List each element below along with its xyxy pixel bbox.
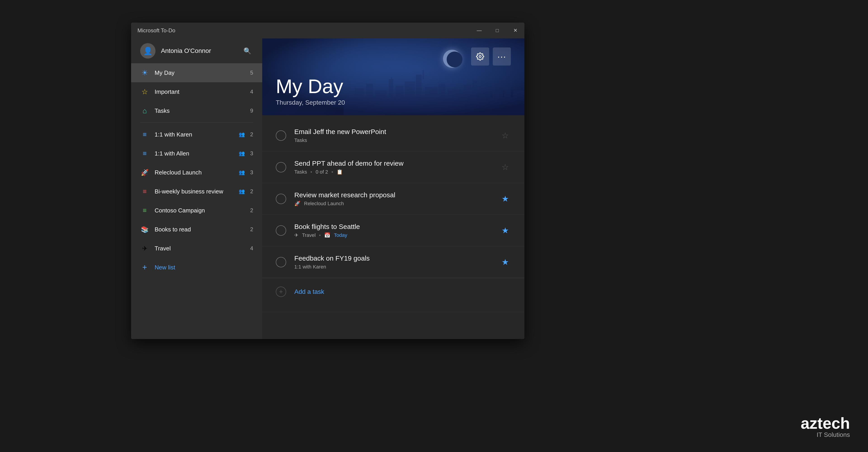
task-list: Email Jeff the new PowerPoint Tasks ☆ Se… <box>262 115 524 312</box>
list-count-karen: 2 <box>250 131 253 138</box>
search-button[interactable]: 🔍 <box>241 45 253 57</box>
task-list-label-5: 1:1 with Karen <box>294 264 326 270</box>
sidebar-item-relecloud[interactable]: 🚀 Relecloud Launch 👥 3 <box>131 163 262 182</box>
task-title-1: Email Jeff the new PowerPoint <box>294 128 491 136</box>
task-item-review-market[interactable]: Review market research proposal 🚀 Relecl… <box>262 183 524 215</box>
sidebar-item-books[interactable]: 📚 Books to read 2 <box>131 220 262 239</box>
task-item-book-flights[interactable]: Book flights to Seattle ✈ Travel 📅 Today… <box>262 215 524 246</box>
nav-tasks-label: Tasks <box>155 107 241 115</box>
list-label-allen: 1:1 with Allen <box>155 150 231 157</box>
shared-icon-biweekly: 👥 <box>239 189 245 194</box>
bottom-area <box>262 312 524 339</box>
sidebar-item-important[interactable]: ☆ Important 4 <box>131 82 262 101</box>
nav-important-label: Important <box>155 88 241 95</box>
list-icon-allen: ≡ <box>140 150 149 157</box>
task-calendar-icon-4: 📅 <box>324 232 330 238</box>
list-label-relecloud: Relecloud Launch <box>155 169 231 176</box>
user-avatar[interactable]: 👤 <box>140 43 156 59</box>
window-controls: — □ ✕ <box>470 23 524 38</box>
task-item-send-ppt[interactable]: Send PPT ahead of demo for review Tasks … <box>262 152 524 183</box>
task-title-2: Send PPT ahead of demo for review <box>294 160 491 167</box>
sidebar-item-1-1-karen[interactable]: ≡ 1:1 with Karen 👥 2 <box>131 125 262 144</box>
new-list-button[interactable]: + New list <box>131 258 262 277</box>
new-list-label: New list <box>155 264 175 271</box>
meta-dot-4 <box>319 234 320 236</box>
task-star-2[interactable]: ☆ <box>500 162 511 173</box>
task-meta-1: Tasks <box>294 137 491 143</box>
sidebar-item-tasks[interactable]: ⌂ Tasks 9 <box>131 101 262 120</box>
task-meta-3: 🚀 Relecloud Launch <box>294 201 491 206</box>
task-list-label-2: Tasks <box>294 169 307 175</box>
app-window: Microsoft To-Do — □ ✕ 👤 Antonia O'Connor… <box>131 23 524 339</box>
list-icon-contoso: ≡ <box>140 206 149 214</box>
task-checkbox-2[interactable] <box>276 162 286 172</box>
add-task-row[interactable]: + Add a task <box>262 278 524 305</box>
task-checkbox-1[interactable] <box>276 130 286 141</box>
close-button[interactable]: ✕ <box>506 23 524 38</box>
sidebar-item-travel[interactable]: ✈ Travel 4 <box>131 239 262 258</box>
list-label-karen: 1:1 with Karen <box>155 131 231 138</box>
task-item-email-jeff[interactable]: Email Jeff the new PowerPoint Tasks ☆ <box>262 120 524 152</box>
list-label-biweekly: Bi-weekly business review <box>155 188 231 195</box>
task-meta-2: Tasks 0 of 2 📋 <box>294 169 491 175</box>
svg-rect-16 <box>493 92 503 115</box>
more-dots-icon: ··· <box>497 52 506 62</box>
task-list-label-1: Tasks <box>294 137 307 143</box>
task-star-1[interactable]: ☆ <box>500 130 511 141</box>
sidebar-item-contoso[interactable]: ≡ Contoso Campaign 2 <box>131 201 262 220</box>
svg-rect-11 <box>438 84 445 115</box>
task-star-3[interactable]: ★ <box>500 193 511 204</box>
task-meta-5: 1:1 with Karen <box>294 264 491 270</box>
svg-rect-17 <box>504 86 511 115</box>
nav-important-count: 4 <box>246 89 253 95</box>
meta-dot-2 <box>311 171 312 173</box>
list-count-allen: 3 <box>250 150 253 157</box>
task-content-5: Feedback on FY19 goals 1:1 with Karen <box>294 255 491 270</box>
svg-rect-2 <box>366 84 373 115</box>
sidebar-item-1-1-allen[interactable]: ≡ 1:1 with Allen 👥 3 <box>131 144 262 163</box>
list-count-biweekly: 2 <box>250 188 253 195</box>
minimize-button[interactable]: — <box>470 23 488 38</box>
shared-icon-allen: 👥 <box>239 151 245 156</box>
task-content-2: Send PPT ahead of demo for review Tasks … <box>294 160 491 175</box>
svg-rect-10 <box>425 87 437 115</box>
task-meta-4: ✈ Travel 📅 Today <box>294 232 491 238</box>
svg-rect-3 <box>375 90 386 115</box>
sidebar-item-my-day[interactable]: ☀ My Day 5 <box>131 63 262 82</box>
svg-rect-14 <box>472 80 477 115</box>
task-checkbox-5[interactable] <box>276 257 286 267</box>
task-checkbox-3[interactable] <box>276 194 286 204</box>
list-icon-travel: ✈ <box>140 245 149 252</box>
svg-rect-8 <box>416 74 422 115</box>
task-content-1: Email Jeff the new PowerPoint Tasks <box>294 128 491 143</box>
add-task-circle: + <box>276 287 286 297</box>
list-count-travel: 4 <box>250 245 253 252</box>
user-name: Antonia O'Connor <box>161 47 236 55</box>
hero-more-button[interactable]: ··· <box>493 47 511 66</box>
list-icon-karen: ≡ <box>140 131 149 138</box>
nav-tasks-count: 9 <box>246 107 253 114</box>
hero-settings-button[interactable] <box>471 47 489 66</box>
svg-rect-6 <box>396 86 403 115</box>
task-star-4[interactable]: ★ <box>500 225 511 236</box>
task-checkbox-4[interactable] <box>276 225 286 236</box>
svg-rect-18 <box>513 90 524 115</box>
hero-title: My Day <box>276 76 345 96</box>
new-list-plus-icon: + <box>140 263 149 272</box>
svg-rect-1 <box>355 88 364 115</box>
list-icon-biweekly: ≡ <box>140 188 149 195</box>
task-list-label-4: Travel <box>302 232 315 238</box>
maximize-button[interactable]: □ <box>488 23 506 38</box>
list-label-books: Books to read <box>155 226 245 233</box>
shared-icon-relecloud: 👥 <box>239 169 245 175</box>
task-list-icon-4: ✈ <box>294 232 298 238</box>
task-content-4: Book flights to Seattle ✈ Travel 📅 Today <box>294 223 491 238</box>
avatar-icon: 👤 <box>143 46 153 55</box>
sun-icon: ☀ <box>140 68 149 77</box>
task-item-feedback[interactable]: Feedback on FY19 goals 1:1 with Karen ★ <box>262 246 524 278</box>
task-title-4: Book flights to Seattle <box>294 223 491 230</box>
sidebar-item-biweekly[interactable]: ≡ Bi-weekly business review 👥 2 <box>131 182 262 201</box>
task-star-5[interactable]: ★ <box>500 257 511 268</box>
task-list-icon-3: 🚀 <box>294 201 301 206</box>
main-panel: My Day Thursday, September 20 ··· <box>262 38 524 339</box>
